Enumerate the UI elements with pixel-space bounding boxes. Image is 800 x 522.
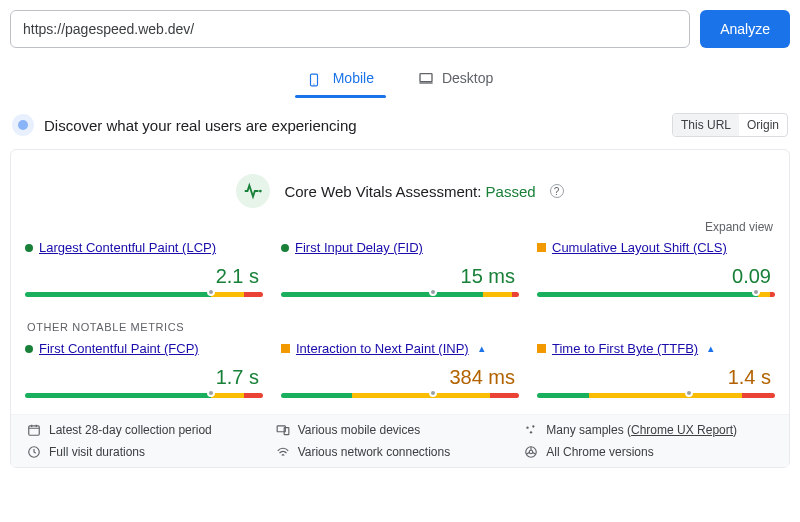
footer-durations: Full visit durations xyxy=(49,445,145,459)
svg-rect-2 xyxy=(420,74,432,82)
other-metrics-label: OTHER NOTABLE METRICS xyxy=(27,321,775,333)
metric-cls-bar xyxy=(537,292,775,297)
svg-rect-4 xyxy=(29,426,40,435)
experimental-icon: ▴ xyxy=(479,342,485,355)
metric-cls-value: 0.09 xyxy=(537,265,771,288)
toggle-this-url[interactable]: This URL xyxy=(673,114,739,136)
data-source-footer: Latest 28-day collection period Various … xyxy=(11,414,789,467)
metric-fcp: First Contentful Paint (FCP) 1.7 s xyxy=(25,341,263,398)
metric-inp-link[interactable]: Interaction to Next Paint (INP) xyxy=(296,341,469,356)
svg-point-12 xyxy=(530,450,534,454)
metric-cls-link[interactable]: Cumulative Layout Shift (CLS) xyxy=(552,240,727,255)
metric-fid-link[interactable]: First Input Delay (FID) xyxy=(295,240,423,255)
toggle-origin[interactable]: Origin xyxy=(739,114,787,136)
devices-icon xyxy=(276,423,290,437)
metric-fid: First Input Delay (FID) 15 ms xyxy=(281,240,519,297)
svg-point-9 xyxy=(530,431,532,433)
device-tabs: Mobile Desktop xyxy=(0,62,800,99)
metric-ttfb: Time to First Byte (TTFB)▴ 1.4 s xyxy=(537,341,775,398)
footer-devices: Various mobile devices xyxy=(298,423,421,437)
metric-ttfb-link[interactable]: Time to First Byte (TTFB) xyxy=(552,341,698,356)
metric-lcp-bar xyxy=(25,292,263,297)
status-dot-warn xyxy=(537,243,546,252)
analyze-button[interactable]: Analyze xyxy=(700,10,790,48)
metric-fcp-value: 1.7 s xyxy=(25,366,259,389)
metric-lcp-link[interactable]: Largest Contentful Paint (LCP) xyxy=(39,240,216,255)
svg-point-1 xyxy=(313,84,314,85)
status-dot-good xyxy=(25,345,33,353)
svg-point-3 xyxy=(259,190,262,193)
page-subtitle: Discover what your real users are experi… xyxy=(44,117,357,134)
users-icon xyxy=(12,114,34,136)
tab-mobile[interactable]: Mobile xyxy=(301,62,380,98)
chrome-icon xyxy=(524,445,538,459)
metric-fid-value: 15 ms xyxy=(281,265,515,288)
vitals-pulse-icon xyxy=(236,174,270,208)
metric-fcp-link[interactable]: First Contentful Paint (FCP) xyxy=(39,341,199,356)
tab-mobile-label: Mobile xyxy=(333,70,374,86)
metric-inp-bar xyxy=(281,393,519,398)
metric-fid-bar xyxy=(281,292,519,297)
status-dot-good xyxy=(25,244,33,252)
status-dot-good xyxy=(281,244,289,252)
metric-cls: Cumulative Layout Shift (CLS) 0.09 xyxy=(537,240,775,297)
status-dot-warn xyxy=(281,344,290,353)
metric-inp-value: 384 ms xyxy=(281,366,515,389)
help-icon[interactable]: ? xyxy=(550,184,564,198)
tab-desktop-label: Desktop xyxy=(442,70,493,86)
assessment-text: Core Web Vitals Assessment: Passed xyxy=(284,183,535,200)
clock-icon xyxy=(27,445,41,459)
svg-point-7 xyxy=(527,427,529,429)
footer-period: Latest 28-day collection period xyxy=(49,423,212,437)
scope-toggle: This URL Origin xyxy=(672,113,788,137)
url-input[interactable] xyxy=(10,10,690,48)
mobile-icon xyxy=(307,71,325,85)
assessment-status: Passed xyxy=(486,183,536,200)
vitals-panel: Core Web Vitals Assessment: Passed ? Exp… xyxy=(10,149,790,468)
metric-lcp-value: 2.1 s xyxy=(25,265,259,288)
crux-link[interactable]: Chrome UX Report xyxy=(631,423,733,437)
svg-point-8 xyxy=(532,425,534,427)
metric-ttfb-value: 1.4 s xyxy=(537,366,771,389)
footer-chrome: All Chrome versions xyxy=(546,445,653,459)
experimental-icon: ▴ xyxy=(708,342,714,355)
expand-view-link[interactable]: Expand view xyxy=(25,220,773,234)
calendar-icon xyxy=(27,423,41,437)
desktop-icon xyxy=(416,71,434,85)
metric-fcp-bar xyxy=(25,393,263,398)
footer-network: Various network connections xyxy=(298,445,451,459)
samples-icon xyxy=(524,423,538,437)
network-icon xyxy=(276,445,290,459)
metric-inp: Interaction to Next Paint (INP)▴ 384 ms xyxy=(281,341,519,398)
footer-samples: Many samples (Chrome UX Report) xyxy=(546,423,737,437)
status-dot-warn xyxy=(537,344,546,353)
tab-desktop[interactable]: Desktop xyxy=(410,62,499,98)
metric-ttfb-bar xyxy=(537,393,775,398)
metric-lcp: Largest Contentful Paint (LCP) 2.1 s xyxy=(25,240,263,297)
